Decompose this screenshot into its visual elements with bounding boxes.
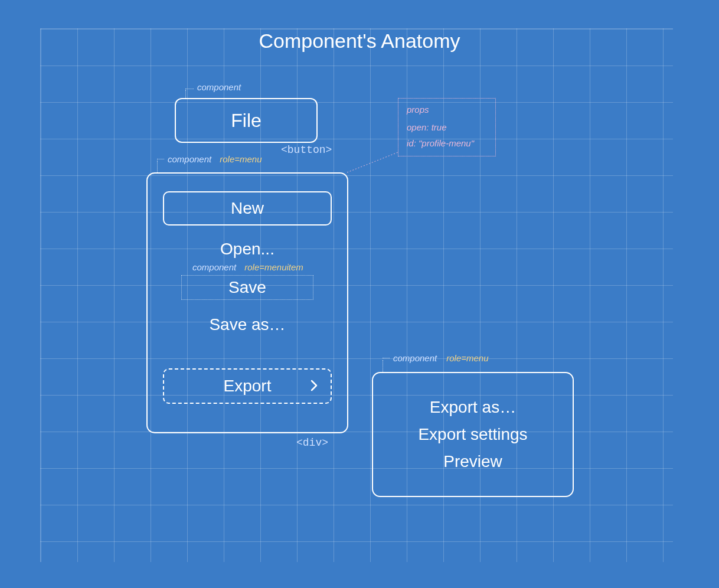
menu-component-label-row: component role=menu [157,154,262,164]
file-button[interactable]: File [175,98,318,143]
props-title: props [407,104,487,115]
file-leader [185,90,186,98]
page-title: Component's Anatomy [0,30,719,53]
button-tag-label: <button> [281,144,332,156]
menu-item-export[interactable]: Export [163,368,332,404]
props-connector [347,152,400,176]
submenu-label-row: component role=menu [383,353,489,363]
file-button-label: File [231,110,262,132]
submenu-component-label: component [393,353,437,363]
menu-component-label: component [168,154,211,164]
menu-leader [157,161,158,172]
menu-item-new[interactable]: New [163,191,332,226]
chevron-right-icon [311,377,318,396]
blueprint-grid [40,28,673,562]
menu-panel: New Open... component role=menuitem Save… [146,172,348,433]
save-role-label: role=menuitem [244,262,303,272]
submenu-item-preview[interactable]: Preview [443,452,502,471]
menu-role-label: role=menu [220,154,262,164]
props-id: id: "profile-menu" [407,135,487,151]
props-panel: props open: true id: "profile-menu" [398,98,496,156]
submenu-panel: Export as… Export settings Preview [372,372,574,497]
save-component-label: component [192,262,236,272]
props-open: open: true [407,119,487,135]
menu-item-save[interactable]: component role=menuitem Save [181,275,313,300]
submenu-item-export-as[interactable]: Export as… [430,398,516,417]
submenu-leader [383,360,383,372]
div-tag-label: <div> [296,437,328,449]
submenu-role-label: role=menu [446,353,488,363]
submenu-item-export-settings[interactable]: Export settings [418,425,527,444]
menu-item-save-as[interactable]: Save as… [161,315,334,334]
file-component-label: component [185,82,241,92]
menu-item-open[interactable]: Open... [161,240,334,259]
